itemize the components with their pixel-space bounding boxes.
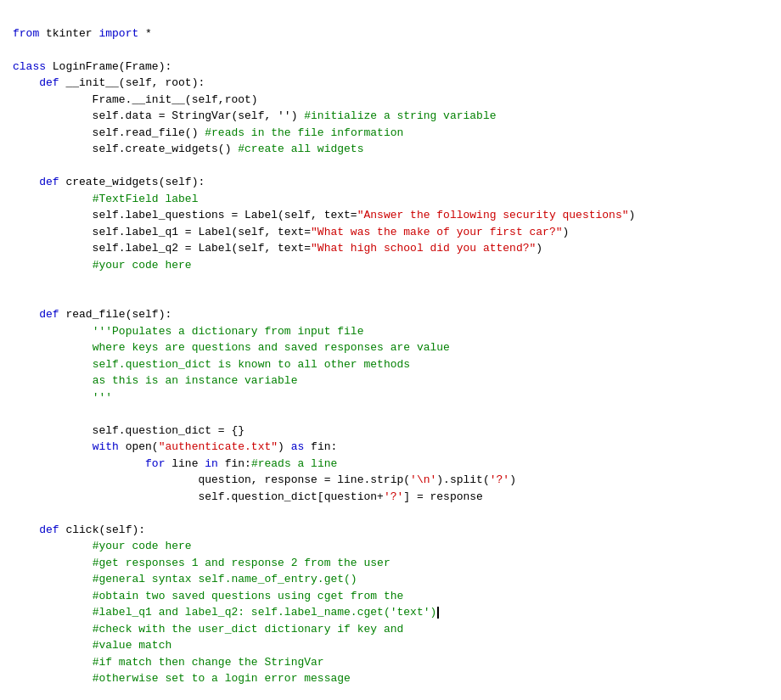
line-34: #general syntax self.name_of_entry.get() <box>13 573 357 585</box>
line-19: '''Populates a dictionary from input fil… <box>13 325 363 338</box>
line-8: self.create_widgets() #create all widget… <box>13 143 363 155</box>
line-10: def create_widgets(self): <box>13 176 205 188</box>
line-29: self.question_dict[question+'?'] = respo… <box>13 490 483 503</box>
line-14: self.label_q2 = Label(self, text="What h… <box>13 242 542 255</box>
line-36: #label_q1 and label_q2: self.label_name.… <box>13 606 439 619</box>
line-3: class LoginFrame(Frame): <box>13 60 171 73</box>
line-6: self.data = StringVar(self, '') #initial… <box>13 109 497 122</box>
line-15: #your code here <box>13 259 192 272</box>
line-20: where keys are questions and saved respo… <box>13 341 450 354</box>
line-23: ''' <box>13 391 112 404</box>
line-39: #if match then change the StringVar <box>13 656 324 669</box>
line-37: #check with the user_dict dictionary if … <box>13 623 403 636</box>
line-7: self.read_file() #reads in the file info… <box>13 126 403 139</box>
line-32: #your code here <box>13 540 192 552</box>
line-4: def __init__(self, root): <box>13 76 205 89</box>
line-5: Frame.__init__(self,root) <box>13 93 258 106</box>
line-35: #obtain two saved questions using cget f… <box>13 590 403 602</box>
code-editor: from tkinter import * class LoginFrame(F… <box>13 8 768 687</box>
line-38: #value match <box>13 639 171 652</box>
line-26: with open("authenticate.txt") as fin: <box>13 440 337 453</box>
line-21: self.question_dict is known to all other… <box>13 358 410 371</box>
line-18: def read_file(self): <box>13 308 171 321</box>
line-28: question, response = line.strip('\n').sp… <box>13 473 516 486</box>
line-31: def click(self): <box>13 524 145 536</box>
line-40: #otherwise set to a login error message <box>13 672 351 685</box>
line-13: self.label_q1 = Label(self, text="What w… <box>13 226 569 238</box>
line-1: from tkinter import * <box>13 27 152 40</box>
line-12: self.label_questions = Label(self, text=… <box>13 209 635 221</box>
line-11: #TextField label <box>13 193 198 205</box>
line-33: #get responses 1 and response 2 from the… <box>13 557 390 569</box>
line-22: as this is an instance variable <box>13 374 297 387</box>
line-25: self.question_dict = {} <box>13 424 244 437</box>
line-27: for line in fin:#reads a line <box>13 457 337 470</box>
